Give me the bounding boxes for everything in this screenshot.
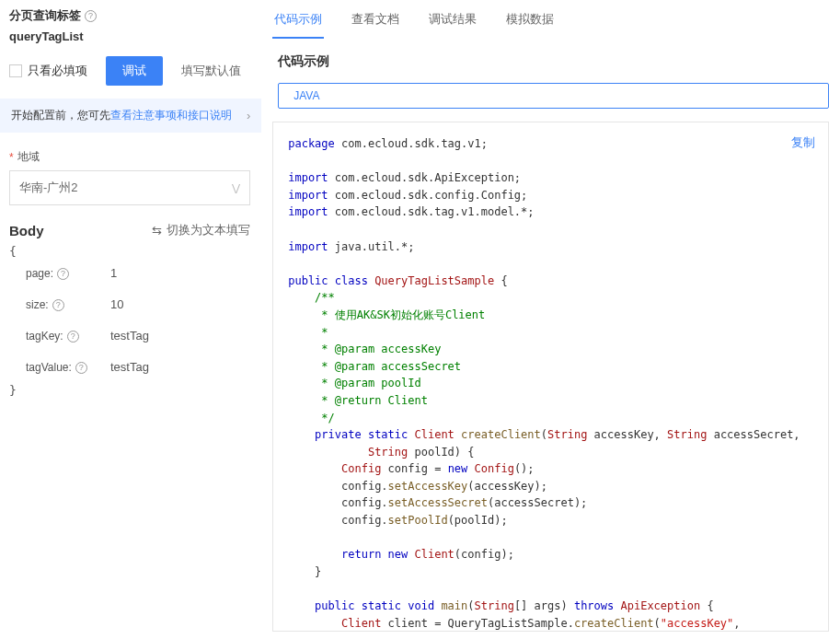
- help-icon[interactable]: ?: [52, 299, 64, 311]
- region-select[interactable]: 华南-广州2 ⋁: [9, 170, 250, 205]
- api-name: queryTagList: [9, 29, 250, 43]
- tab-mock[interactable]: 模拟数据: [504, 7, 556, 39]
- banner-prefix: 开始配置前，您可先: [11, 108, 110, 123]
- param-page: page:?: [9, 258, 250, 289]
- param-input-size[interactable]: [105, 293, 261, 317]
- region-value: 华南-广州2: [19, 180, 78, 196]
- param-input-tagkey[interactable]: [105, 324, 261, 348]
- brace-close: }: [9, 383, 250, 397]
- title-row: 分页查询标签 ?: [9, 7, 250, 24]
- help-icon[interactable]: ?: [57, 268, 69, 280]
- param-tagkey: tagKey:?: [9, 320, 250, 352]
- chevron-right-icon: ›: [247, 109, 250, 122]
- debug-button[interactable]: 调试: [106, 56, 163, 86]
- brace-open: {: [9, 244, 250, 258]
- help-icon[interactable]: ?: [85, 10, 97, 22]
- section-title: 代码示例: [278, 53, 829, 70]
- tab-result[interactable]: 调试结果: [427, 7, 478, 39]
- body-header: Body ⇆ 切换为文本填写: [9, 222, 250, 238]
- help-icon[interactable]: ?: [75, 362, 87, 374]
- page-title: 分页查询标签: [9, 7, 81, 24]
- chevron-down-icon: ⋁: [232, 182, 240, 194]
- param-key-page: page:?: [26, 267, 98, 280]
- action-row: 只看必填项 调试 填写默认值: [9, 56, 250, 86]
- body-title: Body: [9, 223, 44, 238]
- param-key-tagkey: tagKey:?: [26, 330, 98, 343]
- lang-tab-java[interactable]: JAVA: [278, 83, 829, 109]
- copy-link[interactable]: 复制: [791, 134, 815, 152]
- param-size: size:?: [9, 289, 250, 320]
- only-required-checkbox-wrap[interactable]: 只看必填项: [9, 63, 97, 79]
- code-block[interactable]: 复制package com.ecloud.sdk.tag.v1; import …: [272, 122, 829, 632]
- only-required-label: 只看必填项: [28, 63, 87, 79]
- region-group: * 地域 华南-广州2 ⋁: [9, 149, 250, 205]
- param-key-tagvalue: tagValue:?: [26, 361, 98, 374]
- tab-code[interactable]: 代码示例: [272, 7, 324, 39]
- param-input-page[interactable]: [105, 261, 261, 285]
- info-banner[interactable]: 开始配置前，您可先 查看注意事项和接口说明 ›: [0, 99, 261, 133]
- required-mark: *: [9, 151, 14, 164]
- help-icon[interactable]: ?: [67, 331, 79, 343]
- tabs: 代码示例 查看文档 调试结果 模拟数据: [272, 7, 829, 39]
- tab-doc[interactable]: 查看文档: [350, 7, 401, 39]
- param-key-size: size:?: [26, 298, 98, 311]
- left-panel: 分页查询标签 ? queryTagList 只看必填项 调试 填写默认值 开始配…: [0, 0, 261, 639]
- banner-link[interactable]: 查看注意事项和接口说明: [110, 108, 232, 123]
- only-required-checkbox[interactable]: [9, 64, 22, 77]
- param-input-tagvalue[interactable]: [105, 355, 261, 379]
- switch-to-text-link[interactable]: ⇆ 切换为文本填写: [152, 222, 250, 238]
- region-label: * 地域: [9, 149, 250, 165]
- switch-icon: ⇆: [152, 224, 162, 238]
- fill-defaults-button[interactable]: 填写默认值: [172, 56, 250, 86]
- param-tagvalue: tagValue:?: [9, 352, 250, 383]
- right-panel: 代码示例 查看文档 调试结果 模拟数据 代码示例 JAVA 复制package …: [261, 0, 840, 639]
